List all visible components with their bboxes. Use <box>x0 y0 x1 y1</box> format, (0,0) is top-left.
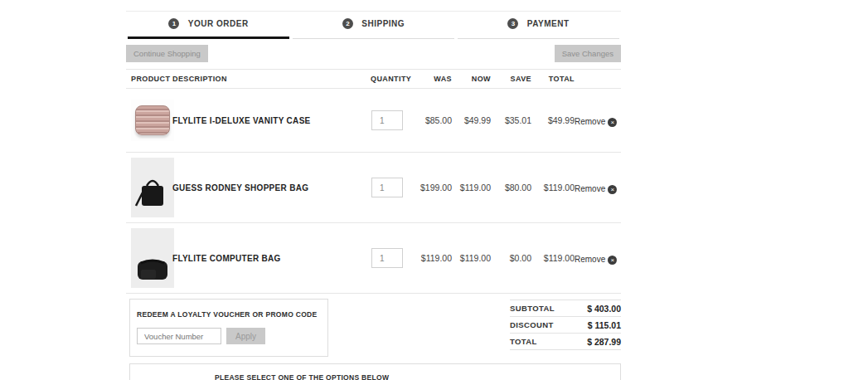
save-amount: $35.01 <box>491 115 531 125</box>
summary-row: REDEEM A LOYALTY VOUCHER OR PROMO CODE A… <box>126 299 621 357</box>
table-row: FLYLITE I-DELUXE VANITY CASE $85.00 $49.… <box>126 89 621 153</box>
header-description: DESCRIPTION <box>172 75 371 83</box>
subtotal-label: SUBTOTAL <box>510 304 555 314</box>
remove-circle-x-icon[interactable]: × <box>608 118 617 127</box>
voucher-heading: REDEEM A LOYALTY VOUCHER OR PROMO CODE <box>137 310 321 319</box>
product-title[interactable]: GUESS RODNEY SHOPPER BAG <box>172 183 371 192</box>
now-price: $119.00 <box>452 183 491 192</box>
subtotal-value: $ 403.00 <box>587 304 621 314</box>
options-heading: PLEASE SELECT ONE OF THE OPTIONS BELOW <box>215 373 620 380</box>
product-image-shopper-bag <box>131 158 174 217</box>
header-was: WAS <box>404 75 452 83</box>
total-row: TOTAL $ 287.99 <box>510 334 621 350</box>
line-total: $119.00 <box>531 183 575 192</box>
was-price: $199.00 <box>404 183 452 192</box>
order-totals: SUBTOTAL $ 403.00 DISCOUNT $ 115.01 TOTA… <box>510 300 621 357</box>
discount-label: DISCOUNT <box>510 320 554 330</box>
now-price: $49.99 <box>452 115 491 125</box>
save-amount: $80.00 <box>491 183 531 192</box>
product-title[interactable]: FLYLITE COMPUTER BAG <box>172 254 371 263</box>
line-total: $119.00 <box>531 253 575 263</box>
continue-shopping-button[interactable]: Continue Shopping <box>126 45 208 62</box>
header-remove-spacer <box>575 75 621 83</box>
actions-bar: Continue Shopping Save Changes <box>126 45 621 62</box>
checkout-page: 1 YOUR ORDER 2 SHIPPING 3 PAYMENT Contin… <box>126 0 621 380</box>
step-3-label: PAYMENT <box>527 19 570 28</box>
now-price: $119.00 <box>452 253 491 263</box>
quantity-input[interactable] <box>371 178 403 197</box>
voucher-box: REDEEM A LOYALTY VOUCHER OR PROMO CODE A… <box>129 299 328 357</box>
total-value: $ 287.99 <box>587 337 621 347</box>
table-row: GUESS RODNEY SHOPPER BAG $199.00 $119.00… <box>126 153 621 223</box>
step-1-label: YOUR ORDER <box>188 19 249 28</box>
save-changes-button[interactable]: Save Changes <box>555 45 621 62</box>
step-2-label: SHIPPING <box>361 19 405 28</box>
header-save: SAVE <box>491 75 531 83</box>
table-row: FLYLITE COMPUTER BAG $119.00 $119.00 $0.… <box>126 223 621 294</box>
header-quantity: QUANTITY <box>371 75 404 83</box>
step-1-badge: 1 <box>168 18 179 29</box>
product-title[interactable]: FLYLITE I-DELUXE VANITY CASE <box>172 116 371 125</box>
remove-item-link[interactable]: Remove× <box>575 117 617 126</box>
cart-table-header: PRODUCT DESCRIPTION QUANTITY WAS NOW SAV… <box>126 69 621 89</box>
save-amount: $0.00 <box>491 253 531 263</box>
product-image-vanity-case <box>131 100 174 141</box>
step-your-order[interactable]: 1 YOUR ORDER <box>128 16 289 39</box>
step-shipping[interactable]: 2 SHIPPING <box>293 16 454 39</box>
discount-row: DISCOUNT $ 115.01 <box>510 317 621 334</box>
step-2-badge: 2 <box>342 18 353 29</box>
remove-circle-x-icon[interactable]: × <box>608 256 617 265</box>
remove-item-link[interactable]: Remove× <box>575 184 617 193</box>
total-label: TOTAL <box>510 337 537 347</box>
checkout-options-section: PLEASE SELECT ONE OF THE OPTIONS BELOW L… <box>129 363 621 380</box>
apply-voucher-button[interactable]: Apply <box>226 328 265 344</box>
header-product: PRODUCT <box>126 75 172 83</box>
header-total: TOTAL <box>531 75 575 83</box>
subtotal-row: SUBTOTAL $ 403.00 <box>510 300 621 317</box>
line-total: $49.99 <box>531 115 575 125</box>
quantity-input[interactable] <box>371 110 403 130</box>
remove-circle-x-icon[interactable]: × <box>608 185 617 194</box>
step-payment[interactable]: 3 PAYMENT <box>458 16 619 39</box>
header-now: NOW <box>452 75 491 83</box>
was-price: $85.00 <box>404 115 452 125</box>
quantity-input[interactable] <box>371 248 403 268</box>
was-price: $119.00 <box>404 253 452 263</box>
discount-value: $ 115.01 <box>588 320 621 330</box>
step-3-badge: 3 <box>507 18 518 29</box>
voucher-number-input[interactable] <box>137 328 221 344</box>
progress-steps: 1 YOUR ORDER 2 SHIPPING 3 PAYMENT <box>126 11 621 39</box>
product-image-computer-bag <box>131 228 174 288</box>
remove-item-link[interactable]: Remove× <box>575 255 617 264</box>
